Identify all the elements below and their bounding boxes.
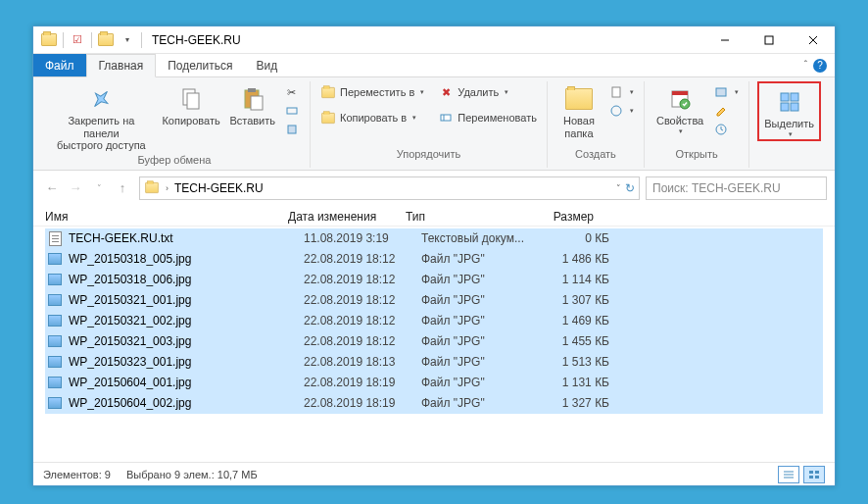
svg-rect-5 — [187, 93, 199, 109]
properties-button[interactable]: Свойства ▾ — [652, 81, 707, 135]
close-button[interactable] — [791, 26, 835, 54]
file-row[interactable]: WP_20150323_001.jpg22.08.2019 18:13Файл … — [45, 352, 823, 373]
image-file-icon — [47, 272, 63, 287]
svg-point-14 — [611, 106, 621, 116]
pin-label: Закрепить на панели быстрого доступа — [51, 115, 152, 152]
file-type: Текстовый докум... — [421, 231, 537, 245]
chevron-down-icon: ▾ — [789, 130, 793, 138]
file-size: 1 513 КБ — [537, 355, 625, 369]
new-item-button[interactable]: ▾ — [606, 83, 636, 101]
edit-button[interactable] — [711, 102, 741, 120]
new-folder-button[interactable]: Новая папка — [555, 81, 603, 139]
cut-button[interactable]: ✂ — [282, 83, 302, 101]
qa-properties-icon[interactable]: ☑ — [68, 30, 87, 50]
address-input[interactable]: › TECH-GEEK.RU ˅ ↻ — [139, 176, 640, 200]
view-details-button[interactable] — [778, 466, 799, 483]
folder-icon — [96, 30, 116, 50]
history-button[interactable] — [711, 121, 741, 138]
tab-share[interactable]: Поделиться — [156, 54, 244, 76]
file-type: Файл "JPG" — [421, 293, 537, 307]
easy-access-icon — [608, 103, 624, 119]
paste-label: Вставить — [229, 115, 275, 127]
refresh-icon[interactable]: ↻ — [625, 181, 635, 195]
file-row[interactable]: WP_20150604_001.jpg22.08.2019 18:19Файл … — [45, 373, 823, 393]
svg-rect-1 — [765, 36, 773, 44]
file-row[interactable]: WP_20150321_001.jpg22.08.2019 18:12Файл … — [45, 290, 823, 311]
minimize-ribbon-icon[interactable]: ˆ — [804, 60, 807, 71]
delete-button[interactable]: ✖Удалить▾ — [436, 83, 539, 101]
paste-icon — [237, 85, 268, 113]
select-button[interactable]: Выделить ▾ — [760, 84, 818, 138]
file-date: 22.08.2019 18:12 — [304, 293, 421, 307]
file-size: 1 131 КБ — [537, 376, 625, 389]
rename-button[interactable]: Переименовать — [436, 109, 539, 126]
file-date: 22.08.2019 18:13 — [304, 355, 421, 369]
chevron-down-icon: ▾ — [412, 114, 416, 122]
delete-icon: ✖ — [438, 84, 454, 100]
recent-dropdown[interactable]: ˅ — [88, 177, 110, 199]
pin-button[interactable]: Закрепить на панели быстрого доступа — [47, 81, 156, 152]
window-controls — [702, 26, 835, 54]
back-button[interactable]: ← — [41, 177, 63, 199]
file-row[interactable]: WP_20150604_002.jpg22.08.2019 18:19Файл … — [45, 393, 823, 414]
file-row[interactable]: WP_20150318_005.jpg22.08.2019 18:12Файл … — [45, 249, 823, 270]
column-name[interactable]: Имя — [45, 210, 288, 224]
open-button[interactable]: ▾ — [711, 83, 741, 101]
history-icon — [713, 122, 729, 137]
move-to-button[interactable]: Переместить в▾ — [318, 83, 426, 101]
column-type[interactable]: Тип — [406, 210, 521, 224]
file-type: Файл "JPG" — [421, 273, 537, 286]
file-row[interactable]: WP_20150318_006.jpg22.08.2019 18:12Файл … — [45, 270, 823, 290]
minimize-button[interactable] — [702, 26, 747, 54]
status-count: Элементов: 9 — [43, 469, 111, 480]
help-icon[interactable]: ? — [813, 59, 827, 73]
window-title: TECH-GEEK.RU — [152, 33, 702, 47]
paste-button[interactable]: Вставить — [226, 81, 278, 127]
image-file-icon — [47, 313, 63, 328]
properties-icon — [664, 85, 696, 113]
image-file-icon — [47, 354, 63, 370]
paste-shortcut-button[interactable] — [282, 121, 302, 138]
view-icons-button[interactable] — [803, 466, 825, 483]
up-button[interactable]: ↑ — [112, 177, 133, 199]
titlebar: ☑ ▾ TECH-GEEK.RU — [33, 26, 835, 54]
maximize-button[interactable] — [747, 26, 791, 54]
file-name: TECH-GEEK.RU.txt — [69, 231, 304, 245]
file-size: 0 КБ — [537, 231, 625, 245]
file-row[interactable]: WP_20150321_002.jpg22.08.2019 18:12Файл … — [45, 311, 823, 331]
easy-access-button[interactable]: ▾ — [606, 102, 636, 120]
tab-home[interactable]: Главная — [86, 54, 157, 77]
tab-file[interactable]: Файл — [33, 54, 86, 76]
chevron-down-icon: ▾ — [735, 88, 739, 96]
column-date[interactable]: Дата изменения — [288, 210, 406, 224]
copy-button[interactable]: Копировать — [160, 81, 223, 127]
file-list: TECH-GEEK.RU.txt11.08.2019 3:19Текстовый… — [33, 227, 835, 462]
separator — [63, 32, 64, 48]
file-row[interactable]: WP_20150321_003.jpg22.08.2019 18:12Файл … — [45, 331, 823, 352]
forward-button[interactable]: → — [65, 177, 86, 199]
qa-dropdown-icon[interactable]: ▾ — [118, 30, 137, 50]
copy-icon — [175, 85, 207, 113]
svg-rect-13 — [612, 87, 620, 97]
open-icon — [713, 84, 729, 100]
tab-view[interactable]: Вид — [244, 54, 289, 76]
open-group-label: Открыть — [675, 146, 717, 162]
status-selected: Выбрано 9 элем.: 10,7 МБ — [126, 469, 258, 480]
new-item-icon — [608, 84, 624, 100]
svg-rect-20 — [781, 93, 789, 101]
text-file-icon — [47, 230, 63, 246]
ribbon-group-select: Выделить ▾ — [749, 81, 829, 168]
svg-rect-29 — [809, 476, 813, 479]
clipboard-group-label: Буфер обмена — [138, 152, 212, 168]
breadcrumb-segment[interactable]: TECH-GEEK.RU — [174, 181, 264, 195]
file-name: WP_20150604_001.jpg — [69, 376, 304, 389]
column-headers: Имя Дата изменения Тип Размер — [33, 206, 835, 227]
copy-to-button[interactable]: Копировать в▾ — [318, 109, 426, 126]
copy-path-button[interactable] — [282, 102, 302, 120]
file-row[interactable]: TECH-GEEK.RU.txt11.08.2019 3:19Текстовый… — [45, 228, 823, 249]
address-dropdown-icon[interactable]: ˅ — [616, 183, 621, 193]
file-type: Файл "JPG" — [421, 334, 537, 348]
search-input[interactable]: Поиск: TECH-GEEK.RU — [646, 176, 827, 200]
column-size[interactable]: Размер — [521, 210, 609, 224]
svg-rect-27 — [809, 471, 813, 474]
